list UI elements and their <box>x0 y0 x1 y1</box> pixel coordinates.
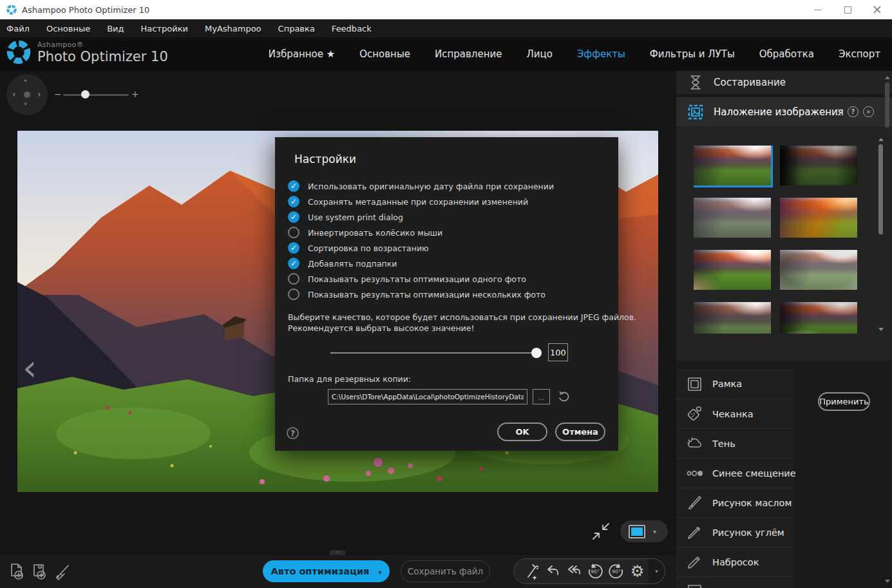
checkbox-row-system-print[interactable]: ✓ Use system print dialog <box>288 211 403 223</box>
effect-item-emboss[interactable]: Чеканка <box>676 399 793 428</box>
sidebar-scrollbar-thumb[interactable] <box>885 82 889 128</box>
pan-right-icon[interactable]: › <box>37 90 41 99</box>
checkbox[interactable]: ✓ <box>288 242 299 254</box>
checkbox-row-show-multi-results[interactable]: ✓ Показывать результаты оптимизации неск… <box>288 288 546 301</box>
minimize-button[interactable] <box>803 0 833 19</box>
checkbox-row-sort-ascending[interactable]: ✓ Сортировка по возрастанию <box>288 242 429 254</box>
add-photo-icon[interactable] <box>8 562 26 580</box>
menu-help[interactable]: Справка <box>278 24 315 33</box>
tab-basics[interactable]: Основные <box>359 48 410 60</box>
zoom-out-icon[interactable]: − <box>54 89 62 99</box>
checkbox-row-original-date[interactable]: ✓ Использовать оригинальную дату файла п… <box>288 180 554 193</box>
browse-folder-button[interactable]: ... <box>533 389 550 404</box>
pan-down-icon[interactable]: ˅ <box>23 102 28 111</box>
tab-favorites[interactable]: Избранное ★ <box>269 48 335 60</box>
save-file-button[interactable]: Сохранить файл <box>401 560 490 582</box>
auto-optimize-button[interactable]: Авто оптимизация ▾ <box>263 560 390 582</box>
sidebar-item-image-overlay[interactable]: Наложение изображения ☆ ? ✕ <box>676 97 892 126</box>
scroll-down-icon[interactable] <box>878 328 884 331</box>
pan-up-icon[interactable]: ˄ <box>23 79 28 88</box>
tab-correction[interactable]: Исправление <box>435 48 502 60</box>
add-folder-icon[interactable] <box>30 562 48 580</box>
effect-item-frame[interactable]: Рамка <box>676 369 793 399</box>
scrollbar-thumb[interactable] <box>878 144 883 234</box>
checkbox-row-add-subfolders[interactable]: ✓ Добавлять подпапки <box>288 257 397 270</box>
effect-item-blue-shift[interactable]: Синее смещение <box>676 458 793 488</box>
checkbox[interactable]: ✓ <box>288 258 299 269</box>
checkbox-row-invert-wheel[interactable]: ✓ Инвертировать колёсико мыши <box>288 226 442 239</box>
sidebar-scroll-up-icon[interactable] <box>885 76 890 79</box>
ok-button[interactable]: OK <box>497 422 547 441</box>
effect-close-icon[interactable]: ✕ <box>863 106 874 117</box>
magic-wand-icon[interactable] <box>523 563 540 580</box>
checkbox[interactable]: ✓ <box>288 180 299 192</box>
effect-item-partial[interactable] <box>676 576 793 588</box>
zoom-slider-track[interactable] <box>63 94 129 96</box>
effect-item-sketch[interactable]: Набросок <box>676 547 793 576</box>
effect-thumbnail-4[interactable] <box>780 198 857 238</box>
menu-feedback[interactable]: Feedback <box>332 24 372 33</box>
tools-more-caret[interactable]: ▾ <box>649 558 665 584</box>
effect-thumbnail-1[interactable] <box>694 146 771 185</box>
sidebar-item-aging[interactable]: Состаривание <box>676 71 892 94</box>
dialog-help-icon[interactable]: ? <box>287 427 299 439</box>
checkbox[interactable]: ✓ <box>288 289 299 300</box>
close-button[interactable] <box>862 0 892 19</box>
effect-thumbnail-7[interactable] <box>694 302 771 334</box>
view-mode-button[interactable]: ▾ <box>620 520 668 542</box>
auto-optimize-caret-icon[interactable]: ▾ <box>378 569 381 576</box>
menu-file[interactable]: Файл <box>6 24 30 33</box>
zoom-slider-thumb[interactable] <box>81 90 90 99</box>
effect-item-oil-painting[interactable]: Рисунок маслом <box>676 488 793 517</box>
rotate-right-icon[interactable]: 90° <box>607 562 625 580</box>
tab-effects[interactable]: Эффекты <box>577 48 625 60</box>
jpeg-quality-slider[interactable] <box>330 347 536 359</box>
zoom-slider[interactable]: − + <box>54 88 138 101</box>
effect-thumbnail-2[interactable] <box>780 146 857 185</box>
checkbox[interactable]: ✓ <box>288 273 299 285</box>
favorite-star-icon[interactable]: ☆ <box>833 106 843 119</box>
menu-view[interactable]: Вид <box>107 24 124 33</box>
sidebar-scroll-down-icon[interactable] <box>885 580 890 583</box>
quality-slider-track[interactable] <box>330 352 536 354</box>
tab-export[interactable]: Экспорт <box>839 48 880 60</box>
tab-processing[interactable]: Обработка <box>759 48 814 60</box>
cancel-button[interactable]: Отмена <box>555 422 605 441</box>
menu-myashampoo[interactable]: MyAshampoo <box>205 24 261 33</box>
reset-path-icon[interactable] <box>557 390 570 403</box>
effect-thumbnail-8[interactable] <box>780 302 857 334</box>
pan-control[interactable]: ˄ ˅ ‹ › <box>6 74 48 115</box>
effect-thumbnail-3[interactable] <box>694 198 771 238</box>
zoom-in-icon[interactable]: + <box>131 89 139 99</box>
settings-gear-icon[interactable]: ⚙ <box>631 564 645 579</box>
checkbox[interactable]: ✓ <box>288 227 299 238</box>
effect-item-shadow[interactable]: Тень <box>676 428 793 458</box>
checkbox-row-show-single-results[interactable]: ✓ Показывать результаты оптимизации одно… <box>288 272 526 285</box>
view-mode-caret-icon[interactable]: ▾ <box>653 528 656 535</box>
rotate-left-icon[interactable]: 90° <box>586 562 604 580</box>
menu-settings[interactable]: Настройки <box>141 24 188 33</box>
backup-path-input[interactable] <box>328 389 527 404</box>
scroll-up-icon[interactable] <box>878 138 884 141</box>
effect-thumbnail-5[interactable] <box>694 250 771 290</box>
thumbnails-scrollbar[interactable] <box>878 138 884 331</box>
menu-basics[interactable]: Основные <box>46 24 90 33</box>
fit-to-screen-icon[interactable] <box>591 522 611 541</box>
undo-icon[interactable] <box>544 563 561 580</box>
effect-help-icon[interactable]: ? <box>848 106 859 117</box>
effect-item-charcoal[interactable]: Рисунок углём <box>676 517 793 547</box>
undo-all-icon[interactable] <box>565 563 582 580</box>
checkbox-row-keep-metadata[interactable]: ✓ Сохранять метаданные при сохранении из… <box>288 195 528 208</box>
tab-face[interactable]: Лицо <box>526 48 552 60</box>
clean-list-icon[interactable] <box>54 562 72 580</box>
quality-slider-thumb[interactable] <box>531 348 542 358</box>
maximize-button[interactable] <box>833 0 862 19</box>
pan-left-icon[interactable]: ‹ <box>12 90 16 99</box>
checkbox[interactable]: ✓ <box>288 196 299 207</box>
checkbox[interactable]: ✓ <box>288 211 299 223</box>
tab-filters-luts[interactable]: Фильтры и ЛУТы <box>650 48 735 60</box>
effect-thumbnail-6[interactable] <box>780 250 857 290</box>
apply-button[interactable]: Применить <box>818 392 870 411</box>
previous-photo-arrow[interactable]: ‹ <box>23 350 37 386</box>
sidebar-scrollbar[interactable] <box>885 71 890 588</box>
